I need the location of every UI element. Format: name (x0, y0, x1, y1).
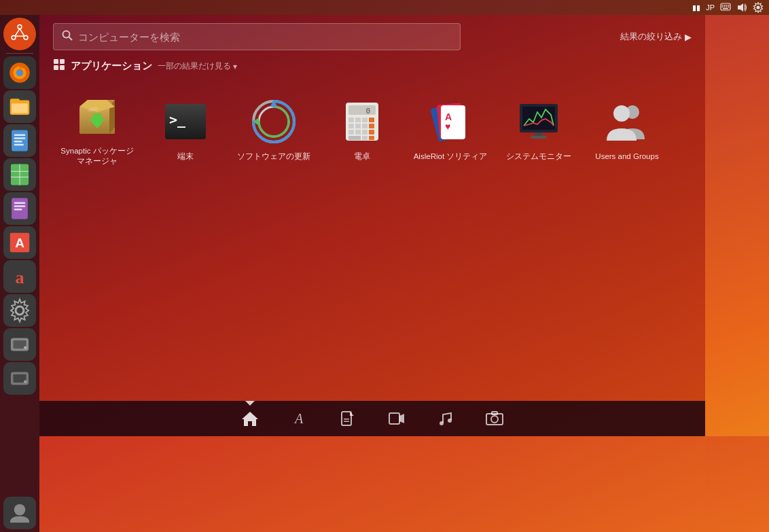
category-home[interactable] (226, 401, 274, 436)
svg-rect-27 (14, 137, 26, 139)
svg-rect-77 (369, 124, 374, 128)
svg-point-104 (448, 419, 452, 423)
svg-rect-7 (726, 7, 728, 8)
app-item-synaptic[interactable]: Synaptic パッケージマネージャ (53, 85, 141, 173)
svg-point-11 (757, 6, 760, 10)
category-video[interactable] (372, 401, 421, 436)
filter-label: 結果の絞り込み (620, 31, 682, 43)
section-header: アプリケーション 一部の結果だけ見る ▾ (39, 56, 705, 79)
app-item-calculator[interactable]: 0 (318, 85, 406, 173)
svg-rect-8 (728, 7, 730, 8)
apps-grid: Synaptic パッケージマネージャ >_ 端末 (39, 79, 705, 179)
svg-rect-1 (722, 5, 723, 6)
update-icon (249, 97, 298, 146)
svg-rect-53 (54, 65, 58, 70)
app-item-terminal[interactable]: >_ 端末 (141, 85, 230, 173)
svg-point-103 (440, 421, 444, 425)
svg-point-48 (14, 504, 26, 516)
svg-rect-72 (362, 118, 368, 122)
svg-rect-80 (362, 130, 368, 135)
svg-rect-73 (369, 118, 374, 122)
category-bar: A (39, 401, 705, 436)
section-filter-arrow: ▾ (233, 62, 237, 71)
svg-rect-5 (722, 7, 723, 8)
svg-rect-68 (348, 105, 376, 115)
svg-point-41 (16, 306, 24, 315)
svg-point-16 (18, 25, 21, 28)
category-files[interactable] (323, 401, 372, 436)
keyboard-icon[interactable] (720, 3, 731, 12)
svg-rect-83 (362, 136, 368, 140)
launcher-icon-user[interactable] (3, 497, 36, 529)
launcher-icon-ubuntu[interactable] (3, 18, 36, 50)
bottom-background (39, 436, 769, 532)
dash-overlay: 結果の絞り込み ▶ アプリケーション 一部の結果だけ見る ▾ (39, 15, 705, 436)
category-photos[interactable] (470, 401, 519, 436)
svg-rect-84 (369, 136, 374, 140)
launcher-icon-text-editor-2[interactable] (3, 192, 36, 225)
svg-rect-101 (389, 413, 399, 424)
filter-button[interactable]: 結果の絞り込み ▶ (620, 31, 692, 43)
launcher-icon-draw[interactable]: A (3, 226, 36, 259)
app-item-software-update[interactable]: ソフトウェアの更新 (230, 85, 318, 173)
app-label-terminal: 端末 (177, 152, 194, 162)
svg-rect-23 (10, 99, 20, 103)
filter-arrow-icon: ▶ (685, 32, 692, 42)
battery-indicator[interactable]: ▮▮ (692, 3, 700, 12)
svg-rect-71 (355, 118, 361, 122)
cards-icon: A ♥ (426, 97, 475, 146)
synaptic-icon (73, 92, 122, 141)
launcher-icon-spreadsheet[interactable] (3, 158, 36, 191)
app-label-synaptic: Synaptic パッケージマネージャ (58, 146, 136, 166)
app-item-aisleriot[interactable]: A ♥ AisleRiot ソリティア (406, 85, 495, 173)
svg-marker-102 (399, 414, 404, 423)
launcher-divider-1 (6, 53, 33, 54)
svg-rect-26 (14, 135, 26, 136)
launcher-icon-text-editor[interactable] (3, 124, 36, 157)
category-music[interactable] (421, 401, 470, 436)
section-apps-icon (53, 58, 65, 74)
svg-rect-2 (724, 5, 726, 6)
content-spacer (39, 179, 705, 436)
svg-marker-96 (242, 412, 258, 426)
search-input[interactable] (78, 31, 452, 43)
svg-rect-6 (724, 7, 726, 8)
launcher-icon-drive-2[interactable] (3, 362, 36, 395)
svg-rect-93 (531, 136, 547, 139)
launcher-icon-settings[interactable] (3, 294, 36, 327)
calculator-icon: 0 (338, 97, 387, 146)
svg-rect-51 (54, 59, 58, 64)
app-item-users-groups[interactable]: Users and Groups (583, 85, 671, 173)
svg-rect-70 (348, 118, 354, 122)
svg-rect-29 (14, 144, 24, 145)
svg-text:A: A (15, 236, 24, 250)
app-label-users-groups: Users and Groups (595, 152, 658, 162)
language-indicator[interactable]: JP (706, 3, 715, 12)
svg-rect-81 (369, 130, 374, 135)
launcher-icon-drive[interactable] (3, 328, 36, 361)
system-monitor-icon (514, 97, 563, 146)
svg-rect-76 (362, 124, 368, 128)
app-label-system-monitor: システムモニター (506, 152, 571, 162)
top-bar: ▮▮ JP (0, 0, 769, 15)
svg-rect-35 (14, 202, 26, 204)
launcher-icon-firefox[interactable] (3, 56, 36, 89)
launcher-icon-files[interactable] (3, 90, 36, 123)
category-apps[interactable]: A (274, 401, 323, 436)
terminal-icon: >_ (161, 97, 210, 146)
settings-icon[interactable] (753, 2, 764, 13)
users-groups-icon (603, 97, 651, 146)
search-area: 結果の絞り込み ▶ (39, 15, 705, 56)
svg-rect-36 (14, 205, 26, 207)
svg-rect-100 (344, 421, 349, 423)
volume-icon[interactable] (736, 3, 747, 12)
svg-rect-82 (348, 136, 361, 140)
svg-rect-91 (522, 107, 555, 130)
launcher: A a (0, 15, 39, 532)
section-filter[interactable]: 一部の結果だけ見る ▾ (158, 60, 237, 72)
svg-line-50 (69, 37, 73, 41)
app-item-system-monitor[interactable]: システムモニター (495, 85, 583, 173)
svg-rect-24 (12, 103, 28, 113)
launcher-icon-font[interactable]: a (3, 260, 36, 293)
search-bar-container[interactable] (53, 23, 461, 50)
